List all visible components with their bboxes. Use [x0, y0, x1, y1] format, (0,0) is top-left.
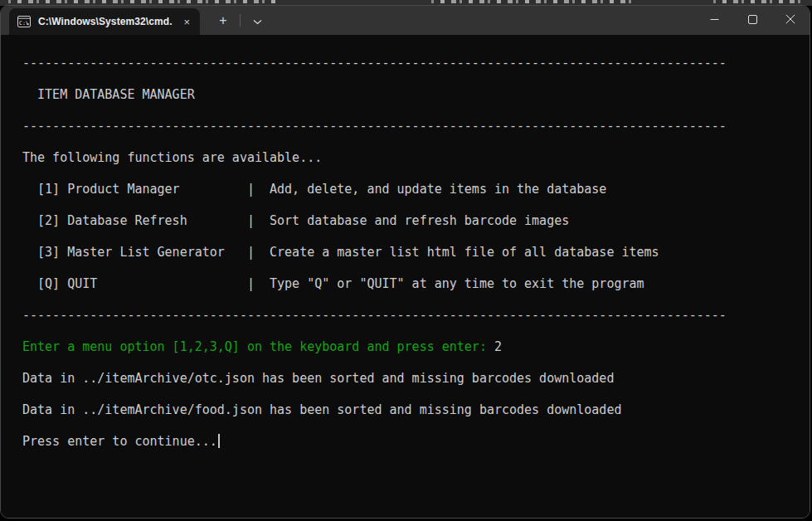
continue-prompt-text: Press enter to continue...	[22, 434, 217, 449]
divider-menu-text: ----------------------------------------…	[22, 308, 727, 323]
menu-item-q: [Q] QUIT | Type "Q" or "QUIT" at any tim…	[22, 268, 795, 299]
divider-top: ----------------------------------------…	[22, 47, 795, 79]
window-controls	[695, 6, 810, 35]
status-food-text: Data in ../itemArchive/food.json has bee…	[22, 402, 621, 417]
menu-item-1-text: [1] Product Manager | Add, delete, and u…	[22, 182, 606, 197]
titlebar-divider	[240, 14, 241, 27]
status-otc: Data in ../itemArchive/otc.json has been…	[22, 363, 795, 394]
status-food: Data in ../itemArchive/food.json has bee…	[22, 394, 795, 426]
new-tab-button[interactable]: +	[208, 6, 238, 35]
minimize-icon	[710, 14, 719, 27]
svg-text:C:\: C:\	[19, 20, 29, 27]
minimize-button[interactable]	[695, 6, 733, 35]
intro-line: The following functions are available...	[22, 142, 795, 173]
divider-title: ----------------------------------------…	[22, 110, 795, 142]
divider-menu: ----------------------------------------…	[22, 299, 795, 331]
menu-item-3: [3] Master List Generator | Create a mas…	[22, 236, 795, 268]
prompt-line-text: Enter a menu option [1,2,3,Q] on the key…	[22, 339, 494, 354]
tab-title: C:\Windows\System32\cmd.e	[38, 16, 173, 27]
maximize-button[interactable]	[733, 6, 771, 35]
prompt-line-text: 2	[494, 339, 502, 354]
menu-item-q-text: [Q] QUIT | Type "Q" or "QUIT" at any tim…	[22, 276, 644, 291]
close-icon: ×	[183, 16, 190, 28]
text-cursor	[218, 434, 220, 448]
app-title-text: ITEM DATABASE MANAGER	[22, 87, 195, 102]
tab-cmd[interactable]: C:\ C:\Windows\System32\cmd.e ×	[9, 8, 200, 35]
title-bar-drag-area[interactable]	[272, 6, 695, 35]
menu-item-2: [2] Database Refresh | Sort database and…	[22, 205, 795, 236]
menu-item-1: [1] Product Manager | Add, delete, and u…	[22, 173, 795, 205]
close-icon	[785, 14, 795, 27]
cmd-icon: C:\	[17, 16, 31, 27]
close-button[interactable]	[771, 6, 810, 35]
menu-item-3-text: [3] Master List Generator | Create a mas…	[22, 245, 659, 260]
intro-line-text: The following functions are available...	[22, 150, 322, 165]
title-bar[interactable]: C:\ C:\Windows\System32\cmd.e × +	[1, 6, 810, 35]
menu-item-2-text: [2] Database Refresh | Sort database and…	[22, 213, 569, 228]
terminal-window: C:\ C:\Windows\System32\cmd.e × +	[0, 5, 810, 519]
continue-prompt: Press enter to continue...	[22, 426, 795, 457]
prompt-line: Enter a menu option [1,2,3,Q] on the key…	[22, 331, 795, 363]
tab-close-button[interactable]: ×	[180, 15, 193, 29]
app-title: ITEM DATABASE MANAGER	[22, 79, 795, 110]
divider-title-text: ----------------------------------------…	[22, 119, 727, 134]
divider-top-text: ----------------------------------------…	[22, 56, 727, 71]
plus-icon: +	[219, 13, 226, 28]
status-otc-text: Data in ../itemArchive/otc.json has been…	[22, 371, 614, 386]
tab-dropdown-button[interactable]	[242, 6, 272, 35]
maximize-icon	[748, 14, 757, 27]
chevron-down-icon	[253, 13, 262, 28]
terminal-screen[interactable]: ----------------------------------------…	[1, 35, 810, 518]
